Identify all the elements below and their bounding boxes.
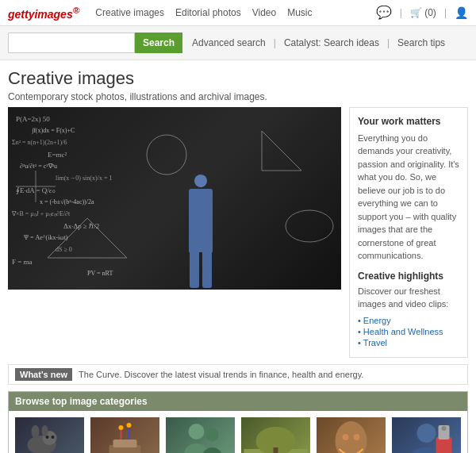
page-title-section: Creative images Contemporary stock photo… (0, 60, 476, 107)
nav-creative[interactable]: Creative images (95, 7, 164, 18)
svg-point-7 (286, 210, 333, 242)
main-nav: Creative images Editorial photos Video M… (95, 7, 312, 18)
search-bar: Search Advanced search | Catalyst: Searc… (0, 26, 476, 60)
nav-music[interactable]: Music (287, 7, 312, 18)
divider2: | (444, 7, 447, 18)
logo-text: gettyimages® (8, 8, 79, 21)
category-animals: Animals Dogs Cats Fish (15, 417, 84, 453)
page-subtitle: Contemporary stock photos, illustrations… (8, 91, 468, 102)
svg-point-34 (417, 424, 436, 443)
advanced-search-link[interactable]: Advanced search (192, 37, 266, 48)
cat-thumb-nature[interactable] (241, 417, 310, 453)
header-right: 💬 | 🛒 (0) | 👤 (376, 5, 468, 20)
header: gettyimages® Creative images Editorial p… (0, 0, 476, 26)
sidebar: Your work matters Everything you do dema… (349, 107, 468, 358)
svg-point-31 (336, 421, 367, 453)
page-title: Creative images (8, 68, 468, 89)
svg-point-21 (127, 423, 132, 428)
sidebar-body: Everything you do demands your creativit… (358, 132, 459, 263)
chat-icon[interactable]: 💬 (376, 5, 392, 20)
cat-thumb-animals[interactable] (15, 417, 84, 453)
main-content: P(A=2x) 50 ∫f(x)dx = F(x)+C Σn² = n(n+1)… (0, 107, 476, 364)
category-party: Party Cake Food Fun (90, 417, 159, 453)
categories-grid: Animals Dogs Cats Fish Party (9, 411, 467, 453)
sidebar-links: Energy Health and Wellness Travel (358, 316, 459, 347)
cat-thumb-party[interactable] (90, 417, 159, 453)
svg-point-32 (343, 434, 349, 440)
browse-section: Browse top image categories Animals Dogs… (8, 391, 468, 453)
category-people: People Women Babies Children (166, 417, 235, 453)
svg-line-5 (87, 218, 127, 258)
svg-point-33 (354, 434, 360, 440)
svg-point-38 (442, 426, 447, 431)
sidebar-title: Your work matters (358, 116, 459, 127)
svg-rect-17 (113, 440, 137, 447)
search-tips-link[interactable]: Search tips (397, 37, 445, 48)
cat-thumb-professional[interactable] (392, 417, 461, 453)
sidebar-link-energy[interactable]: Energy (358, 316, 459, 325)
svg-point-3 (147, 135, 186, 175)
search-button[interactable]: Search (135, 33, 182, 53)
search-input[interactable] (8, 33, 135, 53)
catalyst-link[interactable]: Catalyst: Search ideas (284, 37, 379, 48)
svg-point-15 (52, 436, 55, 439)
cat-thumb-body[interactable] (317, 417, 386, 453)
sidebar-link-health[interactable]: Health and Wellness (358, 327, 459, 336)
nav-editorial[interactable]: Editorial photos (175, 7, 241, 18)
sep2: | (387, 37, 390, 48)
cat-thumb-people[interactable] (166, 417, 235, 453)
svg-point-20 (119, 425, 124, 430)
svg-point-12 (32, 425, 40, 438)
whats-new-label: What's new (15, 368, 72, 381)
logo[interactable]: gettyimages® (8, 5, 79, 21)
svg-line-0 (262, 131, 301, 171)
browse-title: Browse top image categories (9, 392, 467, 411)
sidebar-link-travel[interactable]: Travel (358, 338, 459, 347)
svg-line-4 (48, 218, 87, 258)
search-links: Advanced search | Catalyst: Search ideas… (192, 37, 445, 48)
divider: | (400, 7, 402, 18)
nav-video[interactable]: Video (252, 7, 276, 18)
highlights-text: Discover our freshest images and video c… (358, 285, 459, 311)
whats-new-text: The Curve. Discover the latest visual tr… (79, 370, 363, 379)
svg-rect-28 (274, 447, 278, 453)
category-professional: Professional Office Business Medical (392, 417, 461, 453)
whats-new-bar: What's new The Curve. Discover the lates… (8, 364, 468, 385)
svg-point-24 (206, 428, 219, 441)
svg-rect-36 (436, 437, 452, 453)
svg-point-22 (189, 424, 205, 440)
sep1: | (274, 37, 276, 48)
category-body: Body Hair Tattoos Heart (317, 417, 386, 453)
cart-icon[interactable]: 🛒 (0) (410, 7, 436, 18)
user-icon[interactable]: 👤 (455, 6, 468, 19)
svg-point-13 (42, 425, 48, 436)
svg-point-14 (46, 436, 49, 439)
highlights-title: Creative highlights (358, 271, 459, 282)
hero-image: P(A=2x) 50 ∫f(x)dx = F(x)+C Σn² = n(n+1)… (8, 107, 341, 290)
category-nature: Nature Beach Flowers Trees (241, 417, 310, 453)
hero-img-inner: P(A=2x) 50 ∫f(x)dx = F(x)+C Σn² = n(n+1)… (8, 107, 341, 290)
